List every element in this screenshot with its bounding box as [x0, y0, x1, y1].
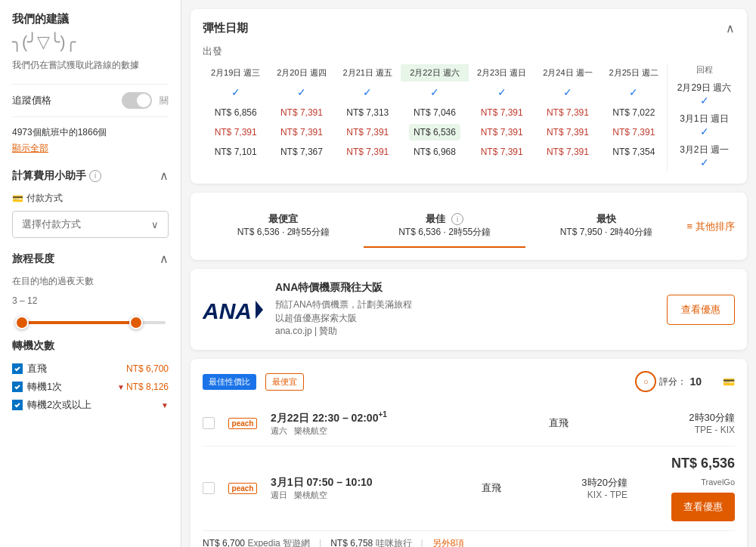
transfer1-checkbox[interactable]	[12, 382, 23, 392]
slider-thumb-right[interactable]	[129, 316, 143, 329]
compare-site-1: NT$ 6,758 哇咪旅行	[330, 537, 411, 547]
slider-thumb-left[interactable]	[15, 316, 29, 329]
price-r0c4[interactable]: NT$ 7,391	[469, 103, 534, 122]
flight-count: 4973個航班中的1866個	[12, 126, 169, 139]
flights-panel: 最佳性價比 最便宜 ○ 評分： 10 💳 peach 2月22日 22:30 –…	[191, 359, 747, 547]
col-6: 2月25日 週二	[601, 64, 667, 82]
price-r1c4[interactable]: NT$ 7,391	[469, 122, 534, 142]
ana-title: ANA特價機票飛往大阪	[275, 281, 655, 295]
airline-name-0: 樂桃航空	[294, 426, 327, 435]
direct-flight-checkbox[interactable]	[12, 363, 23, 374]
transfer1-checkbox-group: 轉機1次	[12, 380, 62, 394]
more-options[interactable]: 另外8項	[432, 537, 465, 547]
transfer2plus-checkbox-group: 轉機2次或以上	[12, 398, 91, 412]
day-label-0: 週六 樂桃航空	[271, 425, 494, 437]
svg-text:ANA: ANA	[203, 298, 252, 323]
payment-select[interactable]: 選擇付款方式 ∨	[12, 211, 169, 238]
check-0: ✓	[203, 82, 268, 103]
check-3: ✓	[401, 82, 469, 103]
route-0: TPE - KIX	[624, 425, 736, 435]
cost-helper-title: 計算費用小助手	[12, 169, 86, 183]
toggle-off-label: 關	[160, 94, 169, 107]
transfer2plus-row: 轉機2次或以上 ▼	[12, 398, 169, 412]
price-r0c5[interactable]: NT$ 7,391	[534, 103, 600, 122]
price-r0c3[interactable]: NT$ 7,046	[401, 103, 469, 122]
return-item-0: 2月29日 週六 ✓	[674, 79, 735, 110]
view-deal-btn[interactable]: 查看優惠	[671, 493, 735, 521]
airline-logo-1: peach	[224, 483, 262, 494]
airline-logo-0: peach	[224, 418, 262, 429]
price-r0c1[interactable]: NT$ 7,391	[268, 103, 334, 122]
trip-length-header: 旅程長度 ∧	[12, 252, 169, 266]
price-r2c2[interactable]: NT$ 7,391	[335, 142, 401, 162]
flex-dates-title: 彈性日期	[203, 21, 248, 36]
separator: |	[319, 538, 321, 547]
price-row-0: NT$ 6,856 NT$ 7,391 NT$ 7,313 NT$ 7,046 …	[203, 103, 667, 122]
right-col-actions: NT$ 6,536 TravelGo 查看優惠	[637, 456, 735, 521]
transfer-header: 轉機次數	[12, 339, 169, 353]
compare-site-0: NT$ 6,700 Expedia 智遊網	[203, 537, 310, 547]
tab-fastest[interactable]: 最快 NT$ 7,950 · 2時40分鐘	[525, 205, 686, 248]
rating-circle: ○	[635, 371, 656, 392]
tab-best[interactable]: 最佳 i NT$ 6,536 · 2時55分鐘	[364, 205, 525, 248]
flight-row-1: peach 3月1日 07:50 – 10:10 週日 樂桃航空 直飛 3時20…	[203, 447, 735, 531]
rating-value: 10	[689, 375, 702, 388]
price-r2c5[interactable]: NT$ 7,391	[534, 142, 600, 162]
payment-card-icon: 💳	[12, 193, 23, 204]
price-r0c6[interactable]: NT$ 7,022	[601, 103, 667, 122]
sort-other[interactable]: ≡ 其他排序	[686, 220, 735, 233]
price-r0c2[interactable]: NT$ 7,313	[335, 103, 401, 122]
depart-label: 出發	[203, 45, 735, 58]
col-2: 2月21日 週五	[335, 64, 401, 82]
flex-dates-panel: 彈性日期 ∧ 出發 2月19日 週三 2月20日 週四 2月21日 週五 2月2…	[191, 9, 747, 184]
collapse-icon[interactable]: ∧	[726, 21, 735, 36]
price-r1c5[interactable]: NT$ 7,391	[534, 122, 600, 142]
price-r2c6[interactable]: NT$ 7,354	[601, 142, 667, 162]
price-r2c4[interactable]: NT$ 7,391	[469, 142, 534, 162]
slider-fill	[15, 321, 143, 324]
flight-duration-0: 2時30分鐘 TPE - KIX	[624, 411, 736, 435]
flight-checkbox-1[interactable]	[203, 482, 215, 494]
transfer-section: 轉機次數 直飛 NT$ 6,700 轉機1次 ▼ NT$ 8,126	[12, 339, 169, 412]
big-price: NT$ 6,536	[671, 456, 735, 471]
ana-logo-svg: ANA	[203, 295, 263, 325]
flight-checkbox-0[interactable]	[203, 417, 215, 429]
ana-link: ana.co.jp | 贊助	[275, 325, 655, 338]
peach-logo-1: peach	[228, 483, 258, 494]
cost-helper-chevron-icon[interactable]: ∧	[160, 168, 169, 183]
trip-sublabel: 在目的地的過夜天數	[12, 275, 169, 288]
track-price-label: 追蹤價格	[12, 94, 51, 107]
transfer2plus-checkbox[interactable]	[12, 400, 23, 410]
flight-row-0: peach 2月22日 22:30 – 02:00+1 週六 樂桃航空 直飛 2…	[203, 401, 735, 447]
duration-time-0: 2時30分鐘	[624, 411, 736, 425]
sidebar-title: 我們的建議	[12, 12, 169, 26]
price-r1c3[interactable]: NT$ 6,536	[401, 122, 469, 142]
flight-times-1: 3月1日 07:50 – 10:10 週日 樂桃航空	[271, 476, 440, 501]
flight-duration-1: 3時20分鐘 KIX - TPE	[543, 476, 627, 500]
trip-length-slider[interactable]: 3 – 12	[12, 295, 169, 324]
price-r1c0[interactable]: NT$ 7,391	[203, 122, 268, 142]
price-r1c6[interactable]: NT$ 7,391	[601, 122, 667, 142]
badge-cheapest: 最便宜	[265, 373, 304, 391]
ana-view-btn[interactable]: 查看優惠	[667, 295, 735, 325]
price-r2c3[interactable]: NT$ 6,968	[401, 142, 469, 162]
transfer1-label: 轉機1次	[27, 380, 62, 394]
price-r2c0[interactable]: NT$ 7,101	[203, 142, 268, 162]
sidebar-emoji: ╮(╯▽╰)╭	[12, 32, 169, 52]
tab-cheapest-price: NT$ 6,536 · 2時55分鐘	[215, 226, 352, 239]
show-all-link[interactable]: 顯示全部	[12, 142, 169, 155]
price-r1c2[interactable]: NT$ 7,391	[335, 122, 401, 142]
trip-chevron-icon[interactable]: ∧	[160, 252, 169, 266]
transfer1-row: 轉機1次 ▼ NT$ 8,126	[12, 380, 169, 394]
price-r0c0[interactable]: NT$ 6,856	[203, 103, 268, 122]
return-date-0: 2月29日 週六	[677, 82, 731, 93]
return-date-2: 3月2日 週一	[680, 144, 729, 155]
tab-cheapest[interactable]: 最便宜 NT$ 6,536 · 2時55分鐘	[203, 205, 364, 248]
price-r1c1[interactable]: NT$ 7,391	[268, 122, 334, 142]
price-r2c1[interactable]: NT$ 7,367	[268, 142, 334, 162]
return-check-0: ✓	[674, 94, 735, 107]
rating-label: 評分：	[659, 375, 686, 388]
flight-type-1: 直飛	[449, 481, 534, 495]
track-price-toggle[interactable]	[122, 92, 152, 109]
credit-card-icon: 💳	[723, 376, 735, 388]
